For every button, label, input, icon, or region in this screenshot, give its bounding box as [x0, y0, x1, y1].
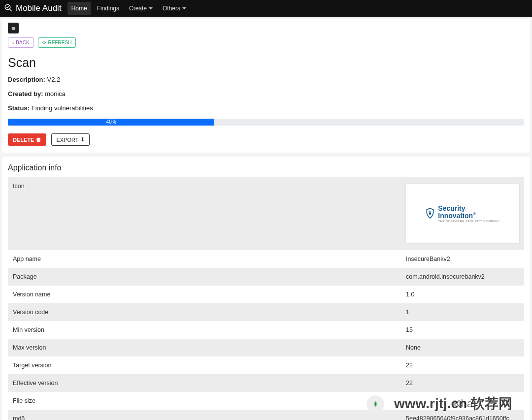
info-value: None [401, 339, 524, 356]
info-value: 22 [401, 374, 524, 392]
nav-create[interactable]: Create [125, 2, 157, 15]
description-label: Description: [8, 76, 45, 83]
trash-icon: 🗑 [36, 137, 41, 143]
createdby-value: monica [45, 90, 66, 97]
table-row: Effective version22 [8, 374, 524, 392]
refresh-icon: ⟳ [42, 40, 46, 45]
description-line: Description: V2.2 [8, 76, 524, 83]
description-value: V2.2 [47, 76, 60, 83]
refresh-button[interactable]: ⟳ REFRESH [38, 37, 76, 48]
progress-bar: 40% [8, 119, 524, 126]
info-key: Max version [8, 339, 401, 356]
info-value: InsecureBankv2 [401, 250, 524, 268]
info-value: com.android.insecurebankv2 [401, 268, 524, 286]
info-key: Effective version [8, 374, 401, 392]
info-key: File size [8, 392, 401, 410]
export-button[interactable]: EXPORT ⬇ [51, 133, 90, 146]
menu-toggle[interactable]: ≡ [8, 23, 19, 33]
info-value: 15 [401, 321, 524, 339]
chevron-left-icon: ‹ [12, 40, 14, 45]
info-key: Icon [8, 177, 401, 250]
info-key: Min version [8, 321, 401, 339]
progress-fill: 40% [8, 119, 214, 126]
magnify-icon [4, 3, 13, 14]
delete-button[interactable]: DELETE 🗑 [8, 133, 46, 146]
table-row: Version code1 [8, 303, 524, 321]
app-icon: SecurityInnovation®THE SOFTWARE SECURITY… [406, 184, 519, 243]
chevron-down-icon [149, 7, 153, 9]
nav-findings[interactable]: Findings [93, 2, 123, 15]
app-info-table: IconSecurityInnovation®THE SOFTWARE SECU… [8, 177, 524, 420]
status-value: Finding vulnerabilities [32, 104, 93, 112]
table-row: App nameInsecureBankv2 [8, 250, 524, 268]
info-key: Version name [8, 286, 401, 303]
table-row: Max versionNone [8, 339, 524, 356]
info-key: Version code [8, 303, 401, 321]
top-navbar: Mobile Audit Home Findings Create Others [0, 0, 532, 17]
scan-panel: ≡ ‹ BACK ⟳ REFRESH Scan Description: V2.… [2, 19, 530, 153]
table-row: md55ee4829065640f9c936ac861d1650ffc [8, 410, 524, 420]
app-info-title: Application info [8, 163, 524, 172]
info-key: Package [8, 268, 401, 286]
table-row: Min version15 [8, 321, 524, 339]
nav-links: Home Findings Create Others [67, 2, 190, 15]
table-row: Target version22 [8, 356, 524, 374]
info-value: 1 [401, 303, 524, 321]
svg-line-1 [9, 9, 12, 11]
info-value: 22 [401, 356, 524, 374]
info-key: md5 [8, 410, 401, 420]
table-row: IconSecurityInnovation®THE SOFTWARE SECU… [8, 177, 524, 250]
info-value: SecurityInnovation®THE SOFTWARE SECURITY… [401, 177, 524, 250]
info-value: 1.0 [401, 286, 524, 303]
svg-rect-2 [429, 213, 431, 215]
info-key: App name [8, 250, 401, 268]
app-info-panel: Application info IconSecurityInnovation®… [2, 157, 530, 420]
download-icon: ⬇ [80, 136, 85, 143]
createdby-label: Created by: [8, 90, 43, 97]
status-label: Status: [8, 104, 30, 112]
nav-others[interactable]: Others [159, 2, 190, 15]
nav-home[interactable]: Home [67, 2, 91, 15]
info-value [401, 392, 524, 410]
scan-title: Scan [8, 56, 524, 70]
info-value: 5ee4829065640f9c936ac861d1650ffc [401, 410, 524, 420]
chevron-down-icon [182, 7, 186, 9]
brand-text: Mobile Audit [16, 3, 62, 13]
brand[interactable]: Mobile Audit [4, 3, 62, 14]
status-line: Status: Finding vulnerabilities [8, 104, 524, 112]
shield-lock-icon [425, 207, 435, 220]
createdby-line: Created by: monica [8, 90, 524, 97]
table-row: Packagecom.android.insecurebankv2 [8, 268, 524, 286]
info-key: Target version [8, 356, 401, 374]
table-row: File size [8, 392, 524, 410]
progress-text: 40% [106, 119, 116, 125]
table-row: Version name1.0 [8, 286, 524, 303]
back-button[interactable]: ‹ BACK [8, 37, 34, 48]
